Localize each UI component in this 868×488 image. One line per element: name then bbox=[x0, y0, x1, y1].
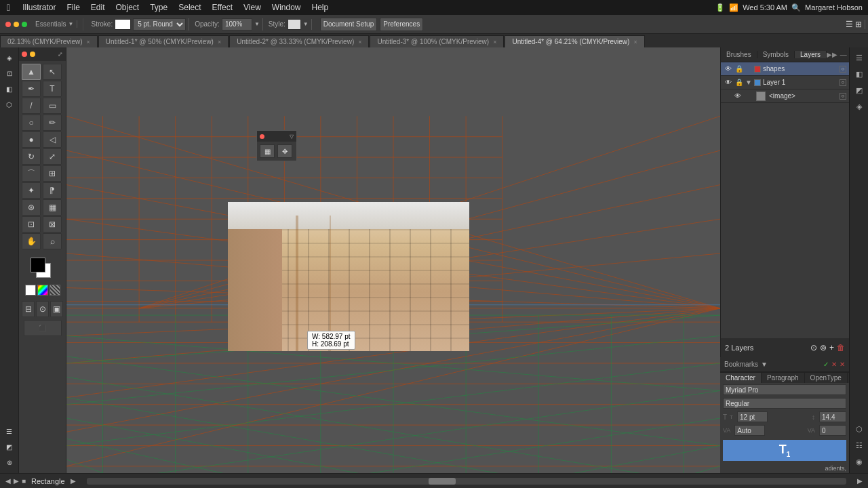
font-size-input[interactable] bbox=[737, 411, 768, 422]
tool-symbol-sprayer[interactable]: ⊛ bbox=[22, 199, 41, 216]
tool-blend[interactable]: ⁋ bbox=[43, 182, 62, 199]
lt-icon4[interactable]: ⬡ bbox=[2, 97, 17, 112]
menu-object[interactable]: Object bbox=[111, 3, 145, 12]
char-tab-character[interactable]: Character bbox=[720, 373, 762, 383]
tool-slice[interactable]: ⊠ bbox=[43, 216, 62, 232]
gradient-swatch-btn[interactable] bbox=[37, 285, 48, 296]
tool-type[interactable]: T bbox=[43, 81, 62, 97]
layer-row-shapes[interactable]: 👁 🔒 shapes ○ bbox=[721, 62, 849, 76]
fr-btn6[interactable]: ☷ bbox=[852, 438, 867, 453]
view-options-icon[interactable]: ⊞ bbox=[855, 20, 862, 29]
menubar-user[interactable]: Margaret Hobson bbox=[805, 3, 863, 12]
color-swatch-btn[interactable] bbox=[25, 285, 36, 296]
tab-doc2[interactable]: Untitled-1* @ 50% (CMYK/Preview) × bbox=[98, 35, 229, 47]
menu-illustrator[interactable]: Illustrator bbox=[17, 3, 61, 12]
delete-layer-icon[interactable]: 🗑 bbox=[837, 343, 845, 352]
minimize-button[interactable] bbox=[14, 22, 19, 27]
stroke-color-swatch[interactable] bbox=[115, 19, 131, 30]
tab-doc1-close[interactable]: × bbox=[87, 39, 90, 45]
tool-warp[interactable]: ⌒ bbox=[22, 165, 41, 182]
screen-mode-icon[interactable]: ▣ bbox=[50, 301, 63, 317]
font-name-input[interactable] bbox=[723, 384, 846, 395]
tool-artboard[interactable]: ⊡ bbox=[22, 216, 41, 232]
tab-doc2-close[interactable]: × bbox=[218, 39, 221, 45]
image-trace-icon[interactable]: ⬛ bbox=[19, 320, 66, 339]
layer1-visibility-eye[interactable]: 👁 bbox=[724, 78, 733, 87]
tool-rotate[interactable]: ↻ bbox=[22, 148, 41, 165]
maximize-button[interactable] bbox=[22, 22, 27, 27]
bookmark-check-icon[interactable]: ✓ bbox=[823, 361, 829, 368]
lt-icon6[interactable]: ◩ bbox=[2, 439, 17, 454]
layer1-expand-icon[interactable]: ▼ bbox=[745, 79, 752, 86]
tab-doc1[interactable]: 02.13% (CMYK/Preview) × bbox=[0, 35, 98, 47]
stroke-weight-select[interactable]: 5 pt. Round bbox=[133, 18, 186, 30]
tab-doc4-close[interactable]: × bbox=[493, 39, 496, 45]
tool-scale[interactable]: ⤢ bbox=[43, 148, 62, 165]
lt-icon7[interactable]: ⊛ bbox=[2, 455, 17, 470]
layer1-lock-icon[interactable]: 🔒 bbox=[735, 79, 743, 86]
tool-column-graph[interactable]: ▦ bbox=[43, 199, 62, 216]
close-button[interactable] bbox=[5, 22, 11, 27]
lt-icon2[interactable]: ⊡ bbox=[2, 66, 17, 81]
float-panel-header[interactable]: ▽ bbox=[257, 131, 296, 142]
layer-circle-shapes[interactable]: ○ bbox=[840, 66, 846, 73]
tools-collapse-icon[interactable]: ⤢ bbox=[58, 51, 63, 58]
fr-btn7[interactable]: ◉ bbox=[852, 454, 867, 469]
tool-hand[interactable]: ✋ bbox=[22, 233, 41, 249]
status-arrows-left[interactable]: ◀ bbox=[5, 477, 11, 485]
menu-window[interactable]: Window bbox=[267, 3, 307, 12]
document-setup-button[interactable]: Document Setup bbox=[320, 18, 378, 31]
float-win-controls[interactable] bbox=[260, 134, 264, 139]
menu-help[interactable]: Help bbox=[307, 3, 334, 12]
opacity-input[interactable] bbox=[222, 18, 252, 30]
layer-lock-icon[interactable]: 🔒 bbox=[735, 65, 743, 73]
float-perspective-panel[interactable]: ▽ ▦ ✥ bbox=[256, 130, 297, 161]
tool-rect[interactable]: ▭ bbox=[43, 98, 62, 114]
tools-min[interactable] bbox=[30, 52, 35, 57]
tool-pen[interactable]: ✒ bbox=[22, 81, 41, 97]
tools-window-controls[interactable] bbox=[22, 52, 35, 57]
fill-swatch[interactable] bbox=[31, 258, 45, 272]
status-arrows-right[interactable]: ▶ bbox=[857, 477, 863, 485]
new-layer-icon[interactable]: + bbox=[829, 343, 834, 352]
layer-circle-layer1[interactable]: ○ bbox=[840, 79, 846, 86]
tool-eraser[interactable]: ◁ bbox=[43, 131, 62, 148]
tab-layers[interactable]: Layers bbox=[795, 51, 827, 58]
lt-icon5[interactable]: ☰ bbox=[2, 424, 17, 439]
style-swatch[interactable] bbox=[288, 19, 301, 30]
status-play-icon[interactable]: ▶ bbox=[14, 477, 19, 485]
menu-select[interactable]: Select bbox=[173, 3, 206, 12]
layer-row-image[interactable]: 👁 <image> ○ bbox=[721, 89, 849, 103]
layer-circle-image[interactable]: ○ bbox=[840, 93, 846, 100]
tool-eyedropper[interactable]: ✦ bbox=[22, 182, 41, 199]
status-tool-arrow-icon[interactable]: ▶ bbox=[71, 477, 76, 485]
canvas-area[interactable]: W: 582.97 pt H: 208.69 pt ▽ ▦ ✥ bbox=[66, 47, 720, 473]
tool-selection[interactable]: ▲ bbox=[22, 64, 41, 80]
float-close-btn[interactable] bbox=[260, 134, 264, 139]
apple-menu[interactable]:  bbox=[0, 2, 17, 13]
tool-brush[interactable]: ✏ bbox=[43, 115, 62, 131]
tab-brushes[interactable]: Brushes bbox=[721, 51, 757, 58]
menu-effect[interactable]: Effect bbox=[207, 3, 238, 12]
layers-panel-menu-icon[interactable]: ▶▶ bbox=[827, 47, 837, 62]
tab-doc3[interactable]: Untitled-2* @ 33.33% (CMYK/Preview) × bbox=[229, 35, 369, 47]
menu-file[interactable]: File bbox=[61, 3, 85, 12]
window-controls[interactable] bbox=[3, 22, 30, 27]
none-swatch-btn[interactable] bbox=[50, 285, 60, 296]
menu-view[interactable]: View bbox=[238, 3, 267, 12]
tool-direct-select[interactable]: ↖ bbox=[43, 64, 62, 80]
workspace-selector[interactable]: Essentials ▼ bbox=[33, 20, 77, 28]
preferences-button[interactable]: Preferences bbox=[380, 18, 423, 31]
horizontal-scroll-bar[interactable] bbox=[87, 478, 846, 485]
tab-symbols[interactable]: Symbols bbox=[757, 51, 795, 58]
fr-btn4[interactable]: ◈ bbox=[852, 99, 867, 114]
fr-btn2[interactable]: ◧ bbox=[852, 66, 867, 81]
fr-btn5[interactable]: ⬡ bbox=[852, 422, 867, 436]
fr-btn1[interactable]: ☰ bbox=[852, 50, 867, 65]
menu-edit[interactable]: Edit bbox=[85, 3, 111, 12]
tracking-input[interactable] bbox=[734, 425, 765, 436]
bookmark-x2-icon[interactable]: ✕ bbox=[840, 361, 845, 368]
image-visibility-eye[interactable]: 👁 bbox=[733, 92, 743, 101]
style-chevron-icon[interactable]: ▼ bbox=[303, 21, 309, 27]
lt-icon3[interactable]: ◧ bbox=[2, 81, 17, 96]
